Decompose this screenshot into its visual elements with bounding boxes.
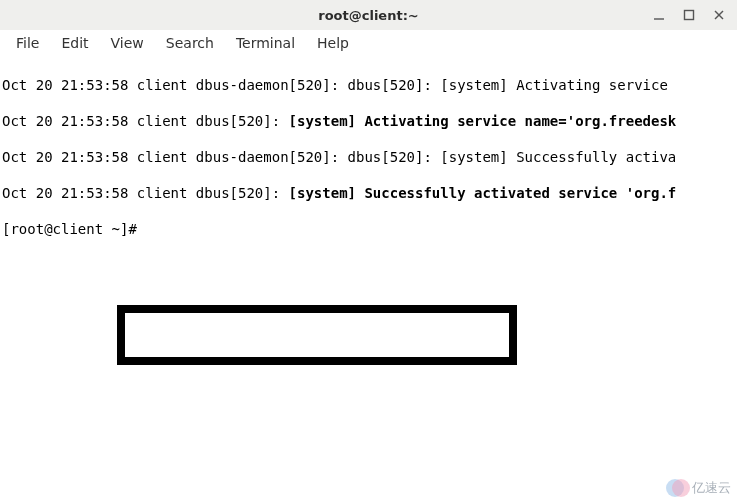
menu-terminal[interactable]: Terminal (226, 32, 305, 54)
menu-view[interactable]: View (101, 32, 154, 54)
blank-line (2, 400, 735, 418)
log-line: Oct 20 21:53:58 client dbus-daemon[520]:… (2, 76, 735, 94)
blank-line (2, 436, 735, 454)
terminal-area[interactable]: Oct 20 21:53:58 client dbus-daemon[520]:… (0, 56, 737, 503)
log-line: Oct 20 21:53:58 client dbus[520]: [syste… (2, 184, 735, 202)
menu-search[interactable]: Search (156, 32, 224, 54)
blank-line (2, 328, 735, 346)
log-line: Oct 20 21:53:58 client dbus[520]: [syste… (2, 112, 735, 130)
blank-line (2, 472, 735, 490)
blank-line (2, 292, 735, 310)
window-titlebar: root@client:~ (0, 0, 737, 30)
log-line: Oct 20 21:53:58 client dbus-daemon[520]:… (2, 148, 735, 166)
minimize-button[interactable] (651, 7, 667, 23)
menu-help[interactable]: Help (307, 32, 359, 54)
blank-line (2, 256, 735, 274)
prompt-line: [root@client ~]# (2, 220, 735, 238)
svg-rect-1 (685, 11, 694, 20)
maximize-button[interactable] (681, 7, 697, 23)
blank-line (2, 364, 735, 382)
menu-file[interactable]: File (6, 32, 49, 54)
window-controls (651, 7, 727, 23)
close-button[interactable] (711, 7, 727, 23)
menu-edit[interactable]: Edit (51, 32, 98, 54)
window-title: root@client:~ (0, 8, 737, 23)
menu-bar: File Edit View Search Terminal Help (0, 30, 737, 56)
